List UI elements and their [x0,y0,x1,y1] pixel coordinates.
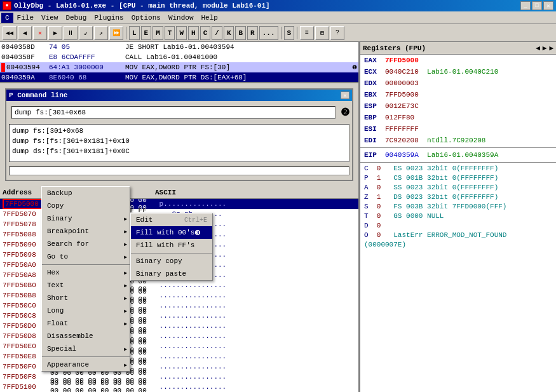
bottom-panels: Address Hex dump ASCII 7FFD5000 70 0A 00… [0,186,358,392]
binary-paste[interactable]: Binary paste [131,267,212,280]
flag-t[interactable]: T 0 GS 0000 NULL [360,212,556,221]
disasm-row[interactable]: 0040358F E8 6CDAFFFF CALL Lab16-01.00401… [0,52,358,62]
tb-rewind[interactable]: ◀◀ [3,26,17,40]
flag-o[interactable]: O 0 LastErr ERROR_MOD_NOT_FOUND (0000007… [360,231,556,250]
reg-nav-buttons[interactable]: ◀ ▶ ▶ [536,44,553,52]
cmdline-status-input[interactable] [9,166,349,175]
binary-fill-ff[interactable]: Fill with FF's [131,239,212,252]
menu-item-plugins[interactable]: Plugins [90,13,127,23]
reg-nav-left[interactable]: ◀ [536,44,540,52]
reg-eax[interactable]: EAX 7FFD5000 [360,55,556,66]
menu-item-help[interactable]: Help [197,13,221,23]
disasm-row[interactable]: 0040359E 83E8 70 SUB EAX,70 [0,83,358,83]
ctx-float[interactable]: Float [42,317,130,330]
flag-c[interactable]: C 0 ES 0023 32bit 0(FFFFFFFF) [360,164,556,173]
tb-step-over[interactable]: ↗ [94,26,108,40]
tb-label-l[interactable]: L [129,26,140,40]
disasm-panel[interactable]: 0040358D 74 05 JE SHORT Lab16-01.0040359… [0,42,358,83]
reg-edx[interactable]: EDX 00000003 [360,78,556,89]
ctx-disassemble[interactable]: Disassemble [42,330,130,342]
tb-help[interactable]: ? [330,26,344,40]
cmdline-container: P Command line ✕ dump fs:[301+0x68 ❷ dum… [3,86,356,184]
ctx-goto[interactable]: Go to [42,250,130,263]
reg-ebx[interactable]: EBX 7FFD5000 [360,89,556,100]
badge-2: ❷ [341,106,349,119]
tb-label-c[interactable]: C [200,26,211,40]
ctx-searchfor[interactable]: Search for [42,238,130,250]
tb-label-t[interactable]: T [165,26,175,40]
main-container: 0040358D 74 05 JE SHORT Lab16-01.0040359… [0,42,556,392]
tb-list[interactable]: ≡ [300,26,314,40]
ctx-short[interactable]: Short [42,292,130,304]
tb-label-h[interactable]: H [188,26,199,40]
ctx-hex[interactable]: Hex [42,266,130,279]
history-item[interactable]: dump fs:[301+0x68 [12,126,346,136]
menu-item-file[interactable]: File [13,13,37,23]
reg-edi[interactable]: EDI 7C920208 ntdll.7C920208 [360,135,556,146]
tb-label-m[interactable]: M [153,26,163,40]
reg-ecx[interactable]: ECX 0040C210 Lab16-01.0040C210 [360,66,556,78]
tb-label-r[interactable]: R [247,26,258,40]
tb-back[interactable]: ◀ [18,26,32,40]
tb-pause[interactable]: ⏸ [64,26,78,40]
tb-grid[interactable]: ⊞ [315,26,329,40]
history-item[interactable]: dump ds:[fs:[301+0x181]+0x0C [12,146,346,156]
disasm-row[interactable]: 0040359A 8E6040 68 MOV EAX,DWORD PTR DS:… [0,72,358,83]
tb-label-dots[interactable]: ... [259,26,278,40]
toolbar: ◀◀ ◀ ✕ ▶ ⏸ ↙ ↗ ⏩ L E M T W H C / K B R .… [0,24,556,42]
tb-label-slash[interactable]: / [212,26,222,40]
toolbar-sep-2 [281,27,281,39]
menu-item-c[interactable]: C [1,13,13,23]
tb-label-b[interactable]: B [235,26,246,40]
ctx-binary[interactable]: Binary [42,212,130,225]
ctx-copy[interactable]: Copy [42,199,130,212]
menu-item-debug[interactable]: Debug [62,13,90,23]
ctx-backup[interactable]: Backup [42,187,130,199]
disasm-row[interactable]: 0040358D 74 05 JE SHORT Lab16-01.0040359… [0,42,358,52]
toolbar-sep-3 [297,27,297,39]
flag-s[interactable]: S 0 FS 003B 32bit 7FFD0000(FFF) [360,202,556,212]
ctx-appearance[interactable]: Appearance [42,358,130,371]
maximize-button[interactable]: □ [532,1,542,10]
close-button[interactable]: ✕ [543,1,553,10]
menu-item-view[interactable]: View [37,13,62,23]
binary-copy[interactable]: Binary copy [131,255,212,267]
flag-p[interactable]: P 1 CS 001B 32bit 0(FFFFFFFF) [360,173,556,183]
tb-stop[interactable]: ✕ [33,26,47,40]
tb-label-e[interactable]: E [141,26,152,40]
reg-nav-expand[interactable]: ▶ [549,44,553,52]
tb-run-to[interactable]: ⏩ [109,26,123,40]
binary-edit[interactable]: Edit Ctrl+E [131,213,212,226]
cmdline-input[interactable]: dump fs:[301+0x68 [11,106,336,119]
left-panel: 0040358D 74 05 JE SHORT Lab16-01.0040359… [0,42,359,392]
tb-play[interactable]: ▶ [48,26,62,40]
menu-item-options[interactable]: Options [128,13,165,23]
ctx-long[interactable]: Long [42,304,130,317]
binary-fill-00[interactable]: Fill with 00's ❸ [131,226,212,239]
disasm-row[interactable]: 00403594 64:A1 3000000 MOV EAX,DWORD PTR… [0,62,358,72]
tb-label-s[interactable]: S [284,26,295,40]
cmdline-title-text: P Command line [9,91,341,99]
flag-z[interactable]: Z 1 DS 0023 32bit 0(FFFFFFFF) [360,193,556,202]
menu-bar: C File View Debug Plugins Options Window… [0,11,556,24]
cmdline-history[interactable]: dump fs:[301+0x68 dump fs:[fs:[301+0x181… [9,124,349,162]
reg-esi[interactable]: ESI FFFFFFFF [360,123,556,135]
reg-eip[interactable]: EIP 0040359A Lab16-01.0040359A [360,149,556,161]
window-controls[interactable]: _ □ ✕ [520,1,553,10]
ctx-text[interactable]: Text [42,279,130,292]
cmdline-close-button[interactable]: ✕ [341,91,349,99]
flag-a[interactable]: A 0 SS 0023 32bit 0(FFFFFFFF) [360,183,556,193]
ctx-special[interactable]: Special [42,342,130,355]
ctx-breakpoint[interactable]: Breakpoint [42,225,130,238]
reg-esp[interactable]: ESP 0012E73C [360,100,556,112]
tb-label-k[interactable]: K [224,26,234,40]
hex-row[interactable]: 7FFD5100 00 00 00 00 00 00 00 00 00 00 0… [0,382,358,392]
minimize-button[interactable]: _ [520,1,531,10]
tb-step-into[interactable]: ↙ [79,26,93,40]
history-item[interactable]: dump fs:[fs:[301+0x181]+0x10 [12,136,346,146]
reg-ebp[interactable]: EBP 012FF80 [360,112,556,123]
flag-d[interactable]: D 0 [360,221,556,231]
tb-label-w[interactable]: W [176,26,187,40]
reg-nav-right[interactable]: ▶ [543,44,547,52]
menu-item-window[interactable]: Window [165,13,198,23]
